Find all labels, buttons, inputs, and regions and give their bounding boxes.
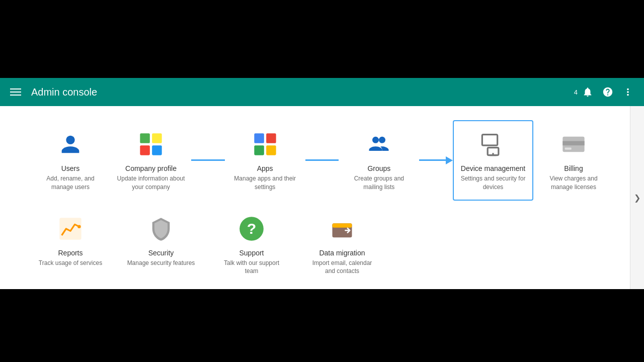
support-title: Support [239, 249, 264, 257]
card-support[interactable]: ? Support Talk with our support team [211, 206, 292, 284]
billing-title: Billing [564, 164, 583, 172]
svg-rect-11 [482, 135, 497, 146]
groups-icon [364, 129, 394, 159]
company-profile-title: Company profile [125, 164, 177, 172]
notification-count: 4 [574, 88, 578, 96]
apps-icon [250, 129, 280, 159]
card-reports[interactable]: Reports Track usage of services [30, 206, 111, 276]
svg-rect-3 [140, 145, 150, 155]
support-icon: ? [236, 214, 267, 244]
app-header: Admin console 4 [0, 78, 644, 106]
more-icon[interactable] [620, 84, 636, 100]
apps-desc: Manage apps and their settings [230, 174, 300, 192]
side-panel-toggle[interactable]: ❯ [630, 106, 644, 289]
svg-rect-17 [565, 148, 572, 150]
svg-rect-8 [266, 145, 276, 155]
svg-rect-16 [562, 141, 584, 146]
users-icon [55, 129, 86, 159]
card-data-migration[interactable]: Data migration Import email, calendar an… [302, 206, 382, 284]
device-management-icon [478, 129, 508, 159]
security-icon [146, 214, 176, 244]
main-content: Users Add, rename, and manage users Comp… [0, 106, 644, 289]
notification-area[interactable]: 4 [574, 84, 596, 100]
svg-rect-23 [333, 223, 352, 228]
svg-rect-5 [254, 133, 264, 143]
app-title: Admin console [31, 86, 566, 98]
svg-point-0 [66, 136, 74, 144]
users-desc: Add, rename, and manage users [35, 174, 106, 192]
card-company-profile[interactable]: Company profile Update information about… [111, 121, 191, 200]
svg-rect-4 [152, 145, 162, 155]
company-profile-icon [136, 129, 166, 159]
card-security[interactable]: Security Manage security features [121, 206, 201, 276]
security-title: Security [148, 249, 174, 257]
groups-title: Groups [367, 164, 390, 172]
svg-point-10 [379, 137, 385, 143]
apps-title: Apps [257, 164, 273, 172]
device-management-desc: Settings and security for devices [459, 174, 527, 192]
reports-desc: Track usage of services [39, 259, 102, 267]
data-migration-icon [327, 214, 357, 244]
reports-title: Reports [58, 249, 83, 257]
help-icon[interactable] [600, 84, 616, 100]
chevron-right-icon: ❯ [634, 193, 640, 203]
card-apps[interactable]: Apps Manage apps and their settings [225, 121, 305, 200]
card-billing[interactable]: Billing View charges and manage licenses [533, 121, 614, 200]
reports-icon [55, 214, 86, 244]
data-migration-title: Data migration [319, 249, 365, 257]
billing-desc: View charges and manage licenses [538, 174, 609, 192]
svg-rect-2 [152, 133, 162, 143]
menu-button[interactable] [8, 86, 23, 98]
card-users[interactable]: Users Add, rename, and manage users [30, 121, 111, 200]
svg-point-19 [77, 225, 81, 228]
device-management-title: Device management [461, 164, 525, 172]
groups-desc: Create groups and mailing lists [344, 174, 414, 192]
support-desc: Talk with our support team [216, 259, 287, 276]
company-profile-desc: Update information about your company [116, 174, 186, 192]
svg-rect-7 [254, 145, 264, 155]
card-device-management[interactable]: Device management Settings and security … [453, 120, 533, 201]
billing-icon [558, 129, 589, 159]
security-desc: Manage security features [127, 259, 195, 267]
svg-rect-1 [140, 133, 150, 143]
svg-rect-6 [266, 133, 276, 143]
card-groups[interactable]: Groups Create groups and mailing lists [339, 121, 419, 200]
bell-icon[interactable] [580, 84, 596, 100]
svg-rect-18 [59, 218, 81, 239]
svg-point-9 [372, 137, 379, 143]
header-actions: 4 [574, 84, 636, 100]
data-migration-desc: Import email, calendar and contacts [307, 259, 377, 276]
users-title: Users [61, 164, 80, 172]
svg-text:?: ? [247, 220, 257, 236]
